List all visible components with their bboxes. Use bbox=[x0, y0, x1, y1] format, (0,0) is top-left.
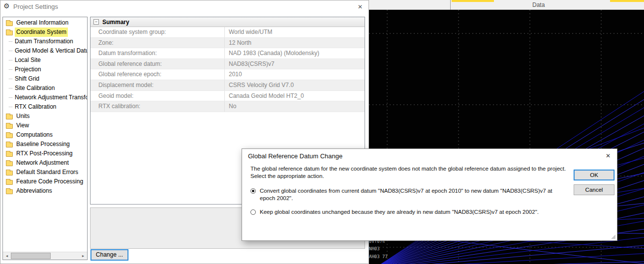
folder-icon bbox=[6, 180, 13, 185]
summary-row-label: Global reference epoch: bbox=[91, 69, 225, 80]
change-button[interactable]: Change ... bbox=[91, 249, 128, 261]
summary-row-label: Zone: bbox=[91, 38, 225, 48]
dialog-title: Global Reference Datum Change bbox=[248, 152, 342, 160]
sidebar-item-network-adjustment[interactable]: Network Adjustment bbox=[3, 158, 87, 168]
summary-row: RTX calibration:No bbox=[91, 101, 365, 112]
scrollbar-track[interactable] bbox=[11, 252, 79, 260]
sidebar-item-rtx-post-processing[interactable]: RTX Post-Processing bbox=[3, 149, 87, 158]
summary-row-label: Datum transformation: bbox=[91, 48, 225, 59]
summary-table: Coordinate system group:World wide/UTMZo… bbox=[91, 27, 365, 112]
sidebar-item-shift-grid[interactable]: Shift Grid bbox=[3, 74, 87, 84]
summary-section-title: Summary bbox=[102, 19, 129, 26]
sidebar-item-view[interactable]: View bbox=[3, 121, 87, 130]
dialog-option[interactable]: Keep global coordinates unchanged becaus… bbox=[250, 208, 556, 216]
global-reference-datum-change-dialog: Global Reference Datum Change ✕ The glob… bbox=[242, 148, 617, 241]
folder-icon bbox=[6, 152, 13, 157]
sidebar-item-rtx-calibration[interactable]: RTX Calibration bbox=[3, 102, 87, 112]
summary-row: Coordinate system group:World wide/UTM bbox=[91, 27, 365, 38]
summary-row-value: 12 North bbox=[225, 38, 365, 48]
sidebar-item-feature-code-processing[interactable]: Feature Code Processing bbox=[3, 177, 87, 186]
summary-row-label: RTX calibration: bbox=[91, 101, 225, 112]
tab-data[interactable]: Data bbox=[532, 1, 545, 8]
summary-row-value: NAD83(CSRS)v7 bbox=[225, 59, 365, 69]
sidebar-item-label: Default Standard Errors bbox=[15, 168, 80, 177]
dialog-option[interactable]: Convert global coordinates from current … bbox=[250, 187, 556, 202]
sidebar-item-site-calibration[interactable]: Site Calibration bbox=[3, 84, 87, 93]
folder-icon bbox=[6, 143, 13, 147]
sidebar-item-abbreviations[interactable]: Abbreviations bbox=[3, 186, 87, 196]
summary-header: − Summary bbox=[91, 17, 365, 27]
sidebar-item-network-adjustment-transfor[interactable]: Network Adjustment Transfor bbox=[3, 93, 87, 102]
dialog-options: Convert global coordinates from current … bbox=[250, 187, 556, 216]
sidebar-item-computations[interactable]: Computations bbox=[3, 130, 87, 140]
sidebar-item-coordinate-system[interactable]: Coordinate System bbox=[3, 28, 87, 37]
cancel-button[interactable]: Cancel bbox=[574, 184, 614, 195]
summary-row-label: Displacement model: bbox=[91, 80, 225, 90]
sidebar-item-label: Units bbox=[15, 112, 31, 121]
sidebar-item-label: Baseline Processing bbox=[15, 140, 71, 149]
gear-icon: ⚙ bbox=[3, 2, 10, 10]
summary-row: Displacement model:CSRS Velocity Grid V7… bbox=[91, 80, 365, 91]
summary-row-value: World wide/UTM bbox=[225, 27, 365, 37]
sidebar-item-label: Local Site bbox=[13, 56, 42, 65]
ok-button[interactable]: OK bbox=[574, 170, 614, 180]
sidebar-item-label: Projection bbox=[13, 65, 42, 74]
summary-row-value: Canada Geoid Model HT2_0 bbox=[225, 91, 365, 101]
radio-button[interactable] bbox=[250, 209, 256, 215]
sidebar-item-label: Feature Code Processing bbox=[15, 177, 85, 186]
summary-row-value: NAD 1983 (Canada) (Molodensky) bbox=[225, 48, 365, 59]
sidebar-item-local-site[interactable]: Local Site bbox=[3, 56, 87, 65]
folder-icon bbox=[6, 21, 13, 26]
title-bar[interactable]: ⚙ Project Settings ✕ bbox=[0, 0, 368, 12]
folder-icon bbox=[6, 133, 13, 138]
sidebar-item-datum-transformation[interactable]: Datum Transformation bbox=[3, 37, 87, 46]
panel-divider bbox=[450, 0, 451, 10]
sidebar-item-label: Network Adjustment bbox=[15, 158, 70, 168]
folder-icon bbox=[6, 30, 13, 35]
dialog-message: The global reference datum for the new c… bbox=[250, 165, 566, 180]
active-tab-accent bbox=[610, 0, 644, 2]
collapse-icon[interactable]: − bbox=[93, 19, 99, 25]
summary-row: Global reference datum:NAD83(CSRS)v7 bbox=[91, 59, 365, 70]
sidebar-item-label: Computations bbox=[15, 130, 54, 140]
map-point-label: NH03 bbox=[369, 246, 380, 251]
sidebar-item-geoid-model-vertical-datum[interactable]: Geoid Model & Vertical Datum bbox=[3, 46, 87, 56]
sidebar-item-default-standard-errors[interactable]: Default Standard Errors bbox=[3, 168, 87, 177]
radio-button[interactable] bbox=[250, 188, 256, 194]
dialog-option-label: Keep global coordinates unchanged becaus… bbox=[260, 208, 539, 216]
sidebar-item-label: RTX Post-Processing bbox=[15, 149, 74, 158]
scrollbar-thumb[interactable] bbox=[11, 253, 51, 259]
sidebar-item-general-information[interactable]: General Information bbox=[3, 18, 87, 28]
tree-horizontal-scrollbar[interactable]: ◄ ► bbox=[3, 252, 87, 260]
sidebar-item-label: General Information bbox=[15, 18, 70, 28]
close-icon[interactable]: ✕ bbox=[356, 2, 365, 11]
scroll-right-icon[interactable]: ► bbox=[79, 252, 87, 260]
folder-icon bbox=[6, 115, 13, 119]
sidebar-item-baseline-processing[interactable]: Baseline Processing bbox=[3, 140, 87, 149]
summary-row-label: Coordinate system group: bbox=[91, 27, 225, 37]
sidebar-item-projection[interactable]: Projection bbox=[3, 65, 87, 74]
summary-row-value: CSRS Velocity Grid V7.0 bbox=[225, 80, 365, 90]
summary-row: Geoid model:Canada Geoid Model HT2_0 bbox=[91, 91, 365, 102]
resize-grip[interactable] bbox=[611, 235, 615, 239]
summary-row: Datum transformation:NAD 1983 (Canada) (… bbox=[91, 48, 365, 59]
folder-icon bbox=[6, 161, 13, 166]
close-icon[interactable]: ✕ bbox=[604, 151, 613, 160]
data-panel-header: Data bbox=[369, 0, 644, 10]
screen: 2150VY074NH03AH03 77 Data ⚙ Project Sett… bbox=[0, 0, 644, 264]
summary-row: Global reference epoch:2010 bbox=[91, 69, 365, 80]
scroll-left-icon[interactable]: ◄ bbox=[3, 252, 11, 260]
sidebar-item-label: Abbreviations bbox=[15, 186, 54, 196]
sidebar-item-label: Network Adjustment Transfor bbox=[13, 93, 88, 102]
sidebar-item-label: Shift Grid bbox=[13, 74, 41, 84]
sidebar-item-label: Datum Transformation bbox=[13, 37, 75, 46]
sidebar-item-units[interactable]: Units bbox=[3, 112, 87, 121]
folder-icon bbox=[6, 171, 13, 176]
summary-row-value: No bbox=[225, 101, 365, 112]
summary-row-label: Geoid model: bbox=[91, 91, 225, 101]
map-point-label: AH03 77 bbox=[369, 254, 388, 259]
sidebar-item-label: Site Calibration bbox=[13, 84, 56, 93]
sidebar-item-label: RTX Calibration bbox=[13, 102, 58, 112]
settings-tree: General InformationCoordinate SystemDatu… bbox=[3, 17, 87, 196]
folder-icon bbox=[6, 189, 13, 194]
